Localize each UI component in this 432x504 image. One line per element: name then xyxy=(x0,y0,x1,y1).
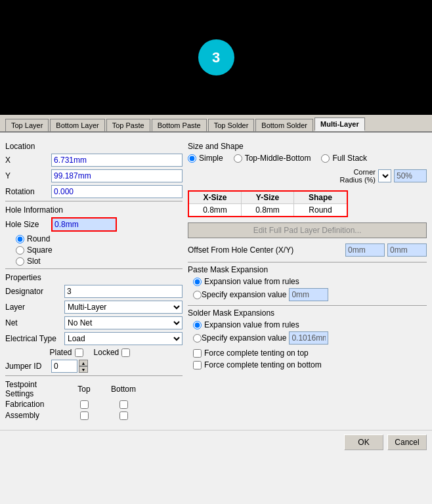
offset-x-input[interactable] xyxy=(345,243,385,257)
size-shape-table: X-Size Y-Size Shape 0.8mm 0.8mm Round xyxy=(188,190,348,217)
spin-up[interactable]: ▲ xyxy=(79,360,88,366)
net-select[interactable]: No Net xyxy=(64,316,183,329)
component-badge: 3 xyxy=(198,39,234,75)
y-input[interactable] xyxy=(51,169,183,182)
properties-label: Properties xyxy=(5,273,183,282)
y-label: Y xyxy=(5,171,51,180)
solder-expansion-rules-label: Expansion value from rules xyxy=(204,320,299,329)
corner-radius-input[interactable] xyxy=(394,169,427,182)
square-radio[interactable] xyxy=(16,246,24,255)
hole-size-label: Hole Size xyxy=(5,220,51,229)
shape-header: Shape xyxy=(294,192,347,203)
round-label: Round xyxy=(27,234,50,243)
paste-expansion-rules-label: Expansion value from rules xyxy=(204,277,299,286)
designator-label: Designator xyxy=(5,287,64,296)
solder-expansion-rules-radio[interactable] xyxy=(193,321,202,329)
rotation-label: Rotation xyxy=(5,187,51,196)
tab-bottom-paste[interactable]: Bottom Paste xyxy=(152,119,207,131)
electrical-type-select[interactable]: Load xyxy=(64,332,183,345)
location-section-label: Location xyxy=(5,142,183,151)
solder-mask-title: Solder Mask Expansions xyxy=(188,308,427,318)
cancel-button[interactable]: Cancel xyxy=(387,434,427,450)
hole-size-input[interactable] xyxy=(51,217,117,232)
tabs-row: Top Layer Bottom Layer Top Paste Bottom … xyxy=(0,115,432,133)
locked-label: Locked xyxy=(94,348,119,357)
solder-specify-radio[interactable] xyxy=(193,334,202,343)
paste-specify-radio[interactable] xyxy=(193,291,202,299)
shape-cell[interactable]: Round xyxy=(294,204,347,216)
size-shape-title: Size and Shape xyxy=(188,142,427,151)
offset-y-input[interactable] xyxy=(387,243,427,257)
square-label: Square xyxy=(27,245,53,255)
tab-bottom-solder[interactable]: Bottom Solder xyxy=(255,119,313,131)
tab-top-paste[interactable]: Top Paste xyxy=(106,119,150,131)
paste-specify-input[interactable] xyxy=(289,288,328,301)
offset-label: Offset From Hole Center (X/Y) xyxy=(188,245,343,255)
force-bottom-tenting-checkbox[interactable] xyxy=(193,361,202,369)
plated-checkbox[interactable] xyxy=(75,348,83,357)
layer-select[interactable]: Multi-Layer xyxy=(64,301,183,314)
assembly-top-checkbox[interactable] xyxy=(80,411,89,420)
fabrication-top-checkbox[interactable] xyxy=(80,400,89,409)
hole-info-label: Hole Information xyxy=(5,205,183,215)
tab-top-solder[interactable]: Top Solder xyxy=(208,119,255,131)
paste-expansion-rules-radio[interactable] xyxy=(193,278,202,286)
jumper-id-label: Jumper ID xyxy=(5,362,51,371)
slot-radio[interactable] xyxy=(16,257,24,266)
tab-top-layer[interactable]: Top Layer xyxy=(5,119,49,131)
net-label: Net xyxy=(5,318,64,327)
paste-specify-label: Specify expansion value xyxy=(202,290,286,299)
tab-bottom-layer[interactable]: Bottom Layer xyxy=(50,119,104,131)
rotation-input[interactable] xyxy=(51,185,183,198)
simple-option[interactable]: Simple xyxy=(188,154,223,163)
bottom-bar: OK Cancel xyxy=(0,430,432,454)
force-bottom-tenting-label: Force complete tenting on bottom xyxy=(204,360,322,369)
round-radio[interactable] xyxy=(16,235,24,243)
paste-mask-title: Paste Mask Expansion xyxy=(188,265,427,274)
preview-area: 3 xyxy=(0,0,432,115)
assembly-label: Assembly xyxy=(5,411,64,420)
electrical-type-label: Electrical Type xyxy=(5,334,64,343)
corner-radius-dropdown[interactable]: ▼ xyxy=(378,169,391,182)
slot-label: Slot xyxy=(27,257,41,266)
force-top-tenting-label: Force complete tenting on top xyxy=(204,348,309,358)
top-middle-bottom-option[interactable]: Top-Middle-Bottom xyxy=(234,154,311,163)
corner-radius-label: CornerRadius (%) xyxy=(340,168,376,184)
jumper-id-spinner[interactable]: ▲ ▼ xyxy=(79,360,88,373)
ysize-cell[interactable]: 0.8mm xyxy=(242,204,294,216)
ysize-header: Y-Size xyxy=(242,192,294,203)
fabrication-bottom-checkbox[interactable] xyxy=(119,400,128,409)
jumper-id-input[interactable] xyxy=(51,360,77,373)
xsize-header: X-Size xyxy=(189,192,242,203)
layer-label: Layer xyxy=(5,303,64,312)
edit-pad-layer-button[interactable]: Edit Full Pad Layer Definition... xyxy=(188,222,427,238)
xsize-cell[interactable]: 0.8mm xyxy=(189,204,242,216)
ok-button[interactable]: OK xyxy=(344,434,383,450)
tab-multi-layer[interactable]: Multi-Layer xyxy=(314,117,365,131)
solder-specify-input[interactable] xyxy=(289,331,328,345)
assembly-bottom-checkbox[interactable] xyxy=(119,411,128,420)
full-stack-option[interactable]: Full Stack xyxy=(321,154,367,163)
plated-label: Plated xyxy=(50,348,72,357)
fabrication-label: Fabrication xyxy=(5,400,64,409)
x-label: X xyxy=(5,156,51,165)
solder-specify-label: Specify expansion value xyxy=(202,333,286,343)
designator-input[interactable] xyxy=(64,285,183,298)
locked-checkbox[interactable] xyxy=(121,348,130,357)
testpoint-label: Testpoint Settings xyxy=(5,380,64,398)
spin-down[interactable]: ▼ xyxy=(79,366,88,373)
testpoint-bottom-col: Bottom xyxy=(104,385,143,394)
x-input[interactable] xyxy=(51,154,183,167)
force-top-tenting-checkbox[interactable] xyxy=(193,349,202,358)
testpoint-top-col: Top xyxy=(64,385,104,394)
